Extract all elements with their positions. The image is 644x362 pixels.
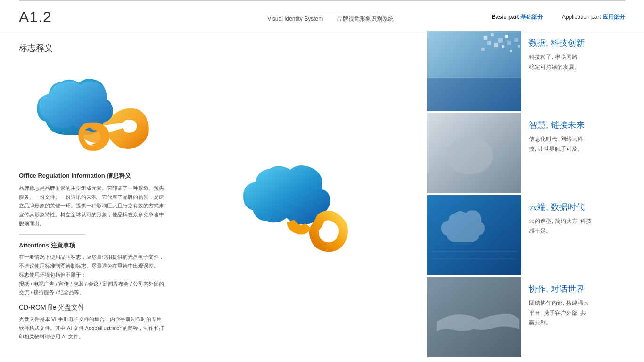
image-handshake (427, 277, 521, 357)
divider-1 (19, 234, 85, 235)
regulation-section: Office Regulation Information 信息释义 品牌标志是… (19, 172, 165, 228)
right-grid: 数据, 科技创新 科技粒子, 串联网路,稳定可持续的发展。 (427, 31, 644, 359)
attentions-title: Attentions 注意事项 (19, 241, 165, 250)
svg-rect-15 (427, 78, 521, 111)
nav-application-part[interactable]: Application part 应用部分 (562, 13, 625, 21)
svg-rect-13 (514, 38, 518, 42)
brand-logo (26, 63, 158, 167)
header-left: A1.2 (19, 8, 170, 26)
attentions-body: 在一般情况下使用品牌标志，应尽量使用提供的光盘电子文件，不建议使用标准制图绘制标… (19, 253, 165, 296)
svg-rect-4 (491, 33, 494, 36)
grid-item-data: 数据, 科技创新 科技粒子, 串联网路,稳定可持续的发展。 (427, 31, 644, 113)
svg-rect-14 (518, 45, 520, 48)
image-data-tech (427, 31, 521, 111)
section-title: 标志释义 (19, 42, 165, 54)
att-body-3: 报纸 / 电视广告 / 宣传 / 包装 / 会议 / 新闻发布会 / 公司内外部… (19, 281, 164, 296)
grid-text-robot: 智慧, 链接未来 信息化时代, 网络云科技, 让世界触手可及。 (521, 113, 644, 195)
nav-app-en: Application part (562, 14, 601, 20)
grid-desc-robot: 信息化时代, 网络云科技, 让世界触手可及。 (529, 134, 636, 154)
svg-point-18 (446, 137, 493, 174)
att-body-2: 标志使用环境包括但不限于： (19, 272, 86, 278)
grid-heading-robot: 智慧, 链接未来 (529, 120, 636, 131)
cdrom-title: CD-ROM file 光盘文件 (19, 304, 165, 312)
header-title-cn: 品牌视觉形象识别系统 (337, 15, 394, 23)
page-number: A1.2 (19, 8, 52, 25)
header-title-en: Visual Identity System (267, 16, 323, 22)
att-body-1: 在一般情况下使用品牌标志，应尽量使用提供的光盘电子文件，不建议使用标准制图绘制标… (19, 254, 164, 269)
header-center: Visual Identity System 品牌视觉形象识别系统 (267, 12, 394, 23)
grid-desc-handshake: 团结协作内部, 搭建强大平台, 携手客户外部, 共赢共利。 (529, 298, 636, 327)
regulation-title: Office Regulation Information 信息释义 (19, 172, 165, 180)
cdrom-section: CD-ROM file 光盘文件 光盘文件是本 VI 手册电子文件的集合，内含手… (19, 304, 165, 341)
logo-area (19, 63, 165, 167)
left-panel: 标志释义 (0, 31, 184, 359)
nav-basic-cn: 基础部分 (520, 14, 543, 20)
svg-rect-3 (484, 36, 487, 40)
image-robot (427, 113, 521, 193)
grid-item-robot: 智慧, 链接未来 信息化时代, 网络云科技, 让世界触手可及。 (427, 113, 644, 195)
grid-heading-cloud: 云端, 数据时代 (529, 202, 636, 213)
grid-text-cloud: 云端, 数据时代 云的造型, 简约大方, 科技感十足。 (521, 195, 644, 277)
regulation-body: 品牌标志是品牌要素的主要组成元素。它印证了一种形象、预先服务、一份文件、一份通讯… (19, 184, 165, 228)
header-top-line (283, 12, 378, 12)
svg-rect-9 (487, 41, 491, 45)
svg-rect-6 (505, 35, 508, 38)
grid-text-data: 数据, 科技创新 科技粒子, 串联网路,稳定可持续的发展。 (521, 31, 644, 113)
nav-app-cn: 应用部分 (603, 14, 625, 20)
svg-rect-11 (510, 50, 512, 52)
grid-heading-data: 数据, 科技创新 (529, 38, 636, 49)
center-logo-area (184, 31, 427, 359)
header-titles: Visual Identity System 品牌视觉形象识别系统 (267, 15, 394, 23)
grid-heading-handshake: 协作, 对话世界 (529, 284, 636, 295)
grid-text-handshake: 协作, 对话世界 团结协作内部, 搭建强大平台, 携手客户外部, 共赢共利。 (521, 277, 644, 359)
header-rule (19, 0, 625, 1)
grid-item-handshake: 协作, 对话世界 团结协作内部, 搭建强大平台, 携手客户外部, 共赢共利。 (427, 277, 644, 359)
svg-rect-12 (481, 48, 485, 51)
nav-basic-part[interactable]: Basic part 基础部分 (492, 13, 543, 21)
svg-rect-7 (494, 43, 498, 47)
svg-rect-10 (507, 41, 511, 45)
grid-desc-cloud: 云的造型, 简约大方, 科技感十足。 (529, 216, 636, 236)
image-cloud (427, 195, 521, 275)
svg-rect-5 (498, 38, 503, 43)
nav-basic-en: Basic part (492, 14, 519, 20)
grid-desc-data: 科技粒子, 串联网路,稳定可持续的发展。 (529, 52, 636, 72)
main-brand-logo (235, 139, 376, 252)
main-content: 标志释义 (0, 31, 644, 359)
grid-item-cloud: 云端, 数据时代 云的造型, 简约大方, 科技感十足。 (427, 195, 644, 277)
header: A1.2 Visual Identity System 品牌视觉形象识别系统 B… (0, 0, 644, 31)
attentions-section: Attentions 注意事项 在一般情况下使用品牌标志，应尽量使用提供的光盘电… (19, 241, 165, 296)
cdrom-body: 光盘文件是本 VI 手册电子文件的集合，内含手册制作时的专用软件格式文件。其中 … (19, 315, 165, 341)
header-nav: Basic part 基础部分 Application part 应用部分 (492, 13, 625, 21)
svg-rect-8 (502, 45, 504, 48)
